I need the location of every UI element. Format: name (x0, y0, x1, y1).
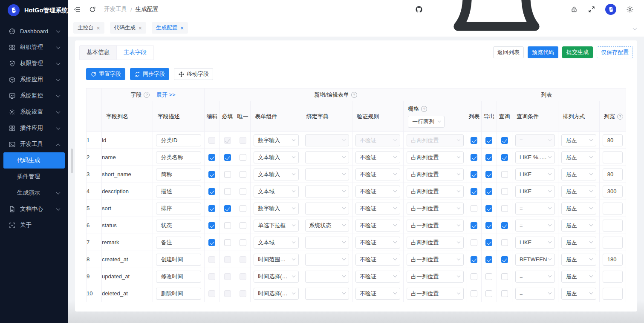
query-checkbox[interactable] (501, 137, 508, 144)
query-cond-select[interactable]: LIKE (515, 237, 555, 249)
align-select[interactable]: 居左 (561, 151, 596, 163)
field-desc-input[interactable] (156, 169, 201, 180)
rule-select[interactable]: 不验证 (355, 288, 400, 300)
export-checkbox[interactable] (485, 256, 492, 263)
submit-generate-button[interactable]: 提交生成 (562, 46, 593, 58)
grid-select[interactable]: 占一列位置 (407, 271, 463, 283)
edit-checkbox[interactable] (208, 171, 215, 178)
align-select[interactable]: 居左 (561, 271, 596, 283)
component-select[interactable]: 数字输入 (254, 134, 298, 146)
unique-checkbox[interactable] (240, 239, 246, 246)
sidebar-item-dev-tools[interactable]: 开发工具 (3, 136, 65, 152)
github-icon[interactable] (415, 6, 423, 13)
move-fields-button[interactable]: 移动字段 (174, 68, 213, 80)
col-width-input[interactable] (603, 186, 623, 197)
grid-select[interactable]: 占两列位置 (407, 151, 463, 163)
query-cond-select[interactable]: LIKE (515, 169, 555, 180)
unique-checkbox[interactable] (240, 154, 246, 161)
required-checkbox[interactable] (224, 205, 231, 212)
component-select[interactable]: 文本输入 (254, 151, 298, 163)
align-select[interactable]: 居左 (561, 186, 596, 197)
edit-checkbox[interactable] (208, 222, 215, 229)
dict-select[interactable] (305, 169, 349, 180)
help-icon[interactable]: ? (617, 114, 623, 120)
component-select[interactable]: 时间选择(Y-... (254, 271, 298, 283)
col-width-input[interactable] (603, 271, 623, 283)
col-width-input[interactable] (603, 220, 623, 232)
export-checkbox[interactable] (485, 205, 492, 212)
dict-select[interactable]: 系统状态 (305, 220, 349, 232)
edit-checkbox[interactable] (208, 154, 215, 161)
rule-select[interactable]: 不验证 (355, 151, 400, 163)
component-select[interactable]: 文本域 (254, 186, 298, 197)
query-cond-select[interactable]: = (515, 271, 555, 283)
fullscreen-icon[interactable] (588, 6, 595, 13)
rule-select[interactable]: 不验证 (355, 237, 400, 249)
rule-select[interactable]: 不验证 (355, 254, 400, 266)
edit-checkbox[interactable] (208, 205, 215, 212)
rule-select[interactable]: 不验证 (355, 271, 400, 283)
list-checkbox[interactable] (471, 188, 477, 195)
component-select[interactable]: 文本输入 (254, 169, 298, 180)
sidebar-item-org[interactable]: 组织管理 (3, 39, 65, 55)
grid-select[interactable]: 占一列位置 (407, 203, 463, 214)
align-select[interactable]: 居左 (561, 169, 596, 180)
dict-select[interactable] (305, 271, 349, 283)
align-select[interactable]: 居左 (561, 203, 596, 214)
query-cond-select[interactable]: = (515, 220, 555, 232)
dict-select[interactable] (305, 203, 349, 214)
col-width-input[interactable] (603, 169, 623, 180)
export-checkbox[interactable] (485, 137, 492, 144)
component-select[interactable]: 文本域 (254, 237, 298, 249)
sidebar-item-code-gen[interactable]: 代码生成 (3, 152, 65, 169)
rule-select[interactable]: 不验证 (355, 220, 400, 232)
required-checkbox[interactable] (224, 222, 231, 229)
col-width-input[interactable] (603, 288, 623, 300)
field-desc-input[interactable] (156, 254, 201, 266)
sidebar-item-gen-demo[interactable]: 生成演示 (3, 185, 65, 201)
required-checkbox[interactable] (224, 239, 231, 246)
unique-checkbox[interactable] (240, 205, 246, 212)
edit-checkbox[interactable] (208, 239, 215, 246)
query-cond-select[interactable]: LIKE %...% (515, 151, 555, 163)
back-to-list-button[interactable]: 返回列表 (493, 46, 524, 58)
list-checkbox[interactable] (471, 290, 477, 297)
grid-select[interactable]: 占一列位置 (407, 288, 463, 300)
query-cond-select[interactable]: BETWEEN (515, 254, 555, 266)
query-checkbox[interactable] (501, 239, 508, 246)
list-checkbox[interactable] (471, 205, 477, 212)
grid-select[interactable]: 占两列位置 (407, 237, 463, 249)
align-select[interactable]: 居左 (561, 220, 596, 232)
sidebar-item-docs[interactable]: 文档中心 (3, 201, 65, 217)
sidebar-item-permission[interactable]: 权限管理 (3, 55, 65, 71)
grid-select[interactable]: 占两列位置 (407, 186, 463, 197)
app-logo[interactable]: HotGo管理系统 (0, 0, 68, 20)
list-checkbox[interactable] (471, 154, 477, 161)
preview-code-button[interactable]: 预览代码 (528, 46, 558, 58)
query-checkbox[interactable] (501, 222, 508, 229)
export-checkbox[interactable] (485, 239, 492, 246)
avatar[interactable] (605, 4, 616, 15)
component-select[interactable]: 时间选择(Y-... (254, 288, 298, 300)
tab-main-fields[interactable]: 主表字段 (117, 45, 154, 60)
breadcrumb-parent[interactable]: 开发工具 (104, 6, 127, 13)
unique-checkbox[interactable] (240, 171, 246, 178)
edit-checkbox[interactable] (208, 188, 215, 195)
field-desc-input[interactable] (156, 186, 201, 197)
collapse-sidebar-icon[interactable] (73, 6, 81, 13)
required-checkbox[interactable] (224, 188, 231, 195)
query-checkbox[interactable] (501, 273, 508, 280)
grid-select[interactable]: 占一列位置 (407, 254, 463, 266)
query-checkbox[interactable] (501, 256, 508, 263)
field-desc-input[interactable] (156, 203, 201, 214)
settings-gear-icon[interactable] (626, 6, 634, 13)
dict-select[interactable] (305, 151, 349, 163)
close-icon[interactable]: × (139, 25, 142, 31)
close-icon[interactable]: × (180, 25, 184, 31)
query-checkbox[interactable] (501, 154, 508, 161)
close-icon[interactable]: × (97, 25, 100, 31)
lock-icon[interactable] (570, 6, 578, 13)
export-checkbox[interactable] (485, 188, 492, 195)
sidebar-item-dashboard[interactable]: Dashboard (3, 23, 65, 39)
list-checkbox[interactable] (471, 256, 477, 263)
